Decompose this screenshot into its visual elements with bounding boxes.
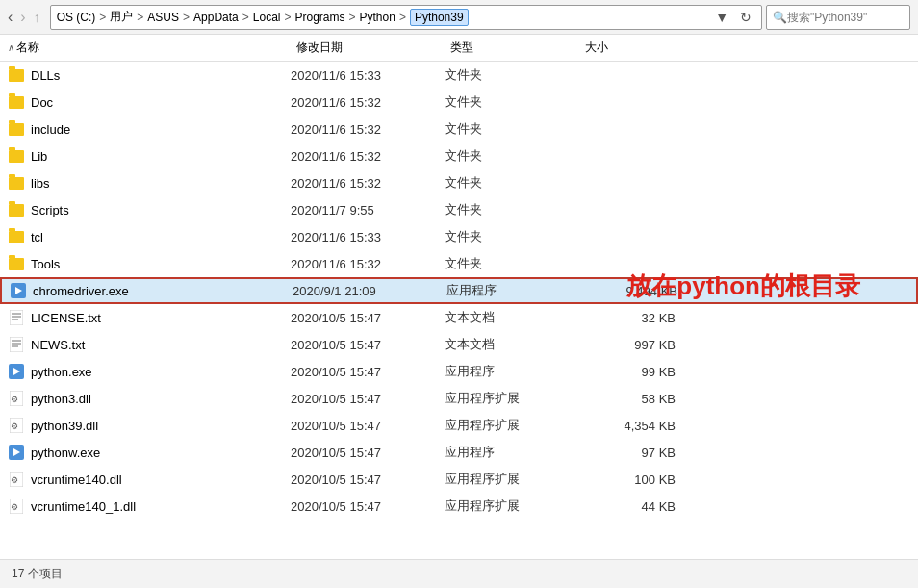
file-row[interactable]: Lib2020/11/6 15:32文件夹 bbox=[0, 142, 918, 169]
file-type: 应用程序扩展 bbox=[445, 471, 579, 488]
file-name: tcl bbox=[31, 230, 291, 244]
file-row[interactable]: Scripts2020/11/7 9:55文件夹 bbox=[0, 196, 918, 223]
file-row[interactable]: include2020/11/6 15:32文件夹 bbox=[0, 115, 918, 142]
svg-rect-6 bbox=[10, 337, 23, 352]
file-date: 2020/10/5 15:47 bbox=[291, 473, 445, 487]
file-size: 32 KB bbox=[579, 311, 676, 325]
folder-icon bbox=[8, 66, 25, 84]
file-row[interactable]: NEWS.txt2020/10/5 15:47文本文档997 KB bbox=[0, 331, 918, 358]
svg-text:⚙: ⚙ bbox=[11, 475, 18, 485]
file-list: DLLs2020/11/6 15:33文件夹Doc2020/11/6 15:32… bbox=[0, 62, 918, 559]
folder-icon bbox=[8, 120, 25, 138]
file-date: 2020/11/6 15:32 bbox=[291, 149, 445, 164]
file-size: 58 KB bbox=[579, 392, 676, 406]
file-row[interactable]: ⚙python3.dll2020/10/5 15:47应用程序扩展58 KB bbox=[0, 385, 918, 412]
file-date: 2020/10/5 15:47 bbox=[291, 446, 445, 460]
file-name: Doc bbox=[31, 95, 291, 110]
file-size: 97 KB bbox=[579, 446, 676, 460]
folder-icon bbox=[8, 147, 25, 165]
folder-icon bbox=[8, 228, 25, 245]
dll-icon: ⚙ bbox=[8, 390, 25, 407]
file-row[interactable]: ⚙vcruntime140_1.dll2020/10/5 15:47应用程序扩展… bbox=[0, 493, 918, 520]
file-type: 文本文档 bbox=[445, 336, 579, 353]
breadcrumb-refresh-btn[interactable]: ↻ bbox=[736, 8, 755, 27]
file-name: python39.dll bbox=[31, 419, 291, 433]
file-date: 2020/10/5 15:47 bbox=[291, 419, 445, 433]
file-type: 文本文档 bbox=[445, 309, 579, 326]
breadcrumb-item-os[interactable]: OS (C:) bbox=[57, 11, 96, 24]
col-header-type[interactable]: 类型 bbox=[450, 39, 585, 56]
search-input[interactable] bbox=[787, 11, 903, 24]
file-name: pythonw.exe bbox=[31, 446, 291, 460]
file-date: 2020/10/5 15:47 bbox=[291, 311, 445, 325]
breadcrumb-item-appdata[interactable]: AppData bbox=[193, 11, 239, 24]
svg-rect-2 bbox=[10, 310, 23, 325]
search-box[interactable]: 🔍 bbox=[766, 5, 910, 30]
file-date: 2020/9/1 21:09 bbox=[293, 284, 446, 298]
file-name: DLLs bbox=[31, 68, 291, 83]
file-name: Lib bbox=[31, 149, 291, 164]
address-bar: ‹ › ↑ OS (C:) > 用户 > ASUS > AppData > Lo… bbox=[0, 0, 918, 35]
file-row[interactable]: tcl2020/11/6 15:33文件夹 bbox=[0, 223, 918, 250]
breadcrumb-item-python[interactable]: Python bbox=[360, 11, 395, 24]
dll-icon: ⚙ bbox=[8, 417, 25, 434]
nav-arrow-left[interactable]: ‹ bbox=[8, 9, 13, 26]
file-date: 2020/11/6 15:32 bbox=[291, 95, 445, 110]
file-type: 应用程序扩展 bbox=[445, 390, 579, 407]
file-type: 应用程序 bbox=[445, 444, 579, 461]
nav-up[interactable]: ↑ bbox=[34, 10, 40, 25]
file-date: 2020/11/6 15:32 bbox=[291, 257, 445, 271]
col-header-date[interactable]: 修改日期 bbox=[296, 39, 450, 56]
file-date: 2020/10/5 15:47 bbox=[291, 499, 445, 514]
file-row[interactable]: DLLs2020/11/6 15:33文件夹 bbox=[0, 62, 918, 89]
file-size: 997 KB bbox=[579, 338, 676, 352]
file-row[interactable]: ⚙vcruntime140.dll2020/10/5 15:47应用程序扩展10… bbox=[0, 466, 918, 493]
file-name: Tools bbox=[31, 257, 291, 271]
file-row[interactable]: pythonw.exe2020/10/5 15:47应用程序97 KB bbox=[0, 439, 918, 466]
breadcrumb-item-local[interactable]: Local bbox=[253, 11, 281, 24]
file-type: 文件夹 bbox=[445, 255, 579, 272]
folder-icon bbox=[8, 201, 25, 218]
nav-arrow-right[interactable]: › bbox=[20, 9, 25, 26]
breadcrumb[interactable]: OS (C:) > 用户 > ASUS > AppData > Local > … bbox=[50, 5, 762, 30]
file-row[interactable]: Tools2020/11/6 15:32文件夹 bbox=[0, 250, 918, 277]
col-header-size[interactable]: 大小 bbox=[585, 39, 681, 56]
file-date: 2020/10/5 15:47 bbox=[291, 392, 445, 406]
file-row[interactable]: LICENSE.txt2020/10/5 15:47文本文档32 KB bbox=[0, 304, 918, 331]
file-date: 2020/11/6 15:32 bbox=[291, 176, 445, 191]
file-date: 2020/11/6 15:33 bbox=[291, 68, 445, 83]
file-type: 文件夹 bbox=[445, 120, 579, 138]
file-name: chromedriver.exe bbox=[33, 284, 293, 298]
file-row[interactable]: libs2020/11/6 15:32文件夹 bbox=[0, 169, 918, 196]
file-date: 2020/11/6 15:32 bbox=[291, 122, 445, 137]
file-row[interactable]: ⚙python39.dll2020/10/5 15:47应用程序扩展4,354 … bbox=[0, 412, 918, 439]
status-bar: 17 个项目 bbox=[0, 559, 918, 588]
status-text: 17 个项目 bbox=[12, 566, 63, 582]
column-headers: ∧ 名称 修改日期 类型 大小 bbox=[0, 35, 918, 62]
search-icon: 🔍 bbox=[773, 11, 787, 24]
col-header-name[interactable]: ∧ 名称 bbox=[8, 39, 296, 56]
breadcrumb-item-asus[interactable]: ASUS bbox=[147, 11, 179, 24]
file-size: 4,354 KB bbox=[579, 419, 676, 433]
dll-icon: ⚙ bbox=[8, 471, 25, 488]
file-row[interactable]: python.exe2020/10/5 15:47应用程序99 KB bbox=[0, 358, 918, 385]
file-row[interactable]: chromedriver.exe2020/9/1 21:09应用程序9,494 … bbox=[0, 277, 918, 304]
svg-text:⚙: ⚙ bbox=[11, 422, 18, 431]
svg-text:⚙: ⚙ bbox=[11, 395, 18, 404]
file-name: NEWS.txt bbox=[31, 338, 291, 352]
txt-icon bbox=[8, 309, 25, 326]
file-row[interactable]: Doc2020/11/6 15:32文件夹 bbox=[0, 89, 918, 115]
file-size: 9,494 KB bbox=[581, 284, 677, 298]
txt-icon bbox=[8, 336, 25, 353]
breadcrumb-item-user[interactable]: 用户 bbox=[110, 9, 133, 25]
file-size: 99 KB bbox=[579, 365, 676, 379]
breadcrumb-item-python39[interactable]: Python39 bbox=[410, 9, 469, 26]
file-size: 100 KB bbox=[579, 473, 676, 487]
file-type: 应用程序扩展 bbox=[445, 417, 579, 434]
file-type: 文件夹 bbox=[445, 174, 579, 192]
file-name: vcruntime140.dll bbox=[31, 473, 291, 487]
breadcrumb-dropdown-btn[interactable]: ▼ bbox=[711, 8, 732, 27]
file-date: 2020/10/5 15:47 bbox=[291, 365, 445, 379]
breadcrumb-item-programs[interactable]: Programs bbox=[294, 11, 344, 24]
file-type: 文件夹 bbox=[445, 228, 579, 245]
